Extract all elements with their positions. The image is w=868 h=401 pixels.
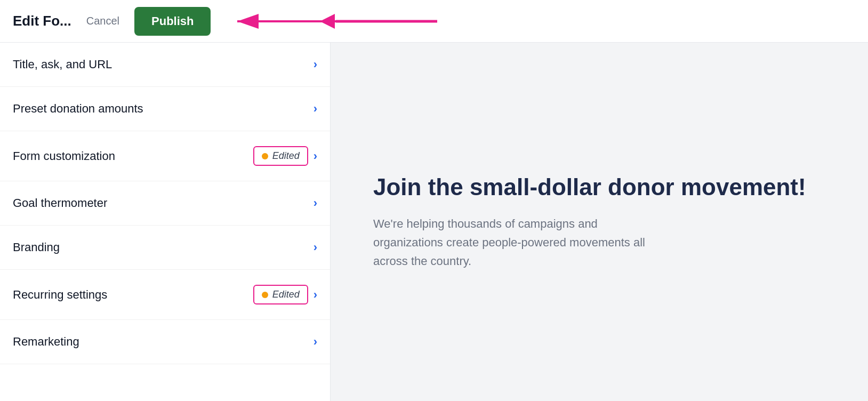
chevron-right-icon: › [314,240,317,254]
cancel-button[interactable]: Cancel [82,13,124,29]
menu-item-right: Edited › [253,285,317,304]
edited-dot-icon [262,153,268,159]
promo-heading: Join the small-dollar donor movement! [373,173,806,202]
page-title: Edit Fo... [13,13,71,29]
menu-item-label: Branding [13,240,60,254]
chevron-right-icon: › [314,102,317,116]
menu-item-label: Remarketing [13,335,79,349]
chevron-right-icon: › [314,288,317,302]
sidebar-item-branding[interactable]: Branding › [0,226,330,270]
page-header: Edit Fo... Cancel Publish [0,0,868,43]
sidebar-item-goal-thermometer[interactable]: Goal thermometer › [0,181,330,226]
sidebar-item-form-customization[interactable]: Form customization Edited › [0,131,330,181]
chevron-right-icon: › [314,335,317,349]
edited-label: Edited [272,150,300,162]
menu-item-label: Title, ask, and URL [13,58,112,71]
edited-badge: Edited [253,285,308,304]
publish-button[interactable]: Publish [134,7,211,36]
menu-item-label: Recurring settings [13,288,107,302]
menu-item-label: Preset donation amounts [13,102,143,116]
arrow-pointer-icon [320,9,437,34]
edited-badge: Edited [253,146,308,166]
promo-text-block: Join the small-dollar donor movement! We… [373,173,806,270]
menu-item-right: › [314,335,317,349]
menu-item-right: › [314,196,317,210]
menu-item-label: Goal thermometer [13,196,107,210]
menu-item-right: Edited › [253,146,317,166]
main-layout: Title, ask, and URL › Preset donation am… [0,43,868,401]
sidebar-item-title-ask-url[interactable]: Title, ask, and URL › [0,43,330,87]
sidebar-item-recurring-settings[interactable]: Recurring settings Edited › [0,270,330,320]
edited-label: Edited [272,289,300,300]
sidebar-item-remarketing[interactable]: Remarketing › [0,320,330,364]
chevron-right-icon: › [314,58,317,71]
edited-dot-icon [262,292,268,298]
svg-marker-3 [320,14,335,29]
menu-item-right: › [314,240,317,254]
menu-item-right: › [314,102,317,116]
chevron-right-icon: › [314,149,317,163]
promo-subtext: We're helping thousands of campaigns and… [373,214,650,271]
menu-item-right: › [314,58,317,71]
sidebar-item-preset-donation[interactable]: Preset donation amounts › [0,87,330,131]
menu-item-label: Form customization [13,149,115,163]
chevron-right-icon: › [314,196,317,210]
sidebar: Title, ask, and URL › Preset donation am… [0,43,331,401]
promo-content: Join the small-dollar donor movement! We… [331,43,868,401]
